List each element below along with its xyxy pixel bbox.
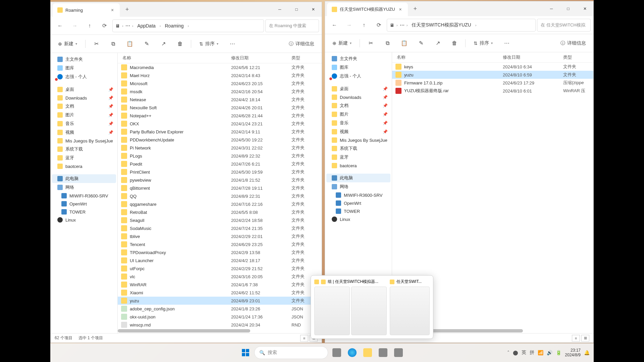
sidebar-item[interactable]: 图库 <box>52 64 116 72</box>
more-button[interactable]: ⋯ <box>226 38 238 50</box>
file-row[interactable]: keys2024/8/10 6:34文件夹 <box>392 63 593 71</box>
sidebar-item[interactable]: Downloads📌 <box>326 93 390 101</box>
sidebar-item[interactable]: 图片📌 <box>52 111 116 119</box>
file-row[interactable]: Pi Network2024/3/31 22:02文件夹 <box>118 144 322 152</box>
edge-button[interactable] <box>345 346 359 359</box>
file-row[interactable]: PLogs2024/8/9 22:32文件夹 <box>118 152 322 160</box>
sidebar-item[interactable]: baotcera <box>52 162 116 170</box>
share-button[interactable]: ↗ <box>432 37 444 49</box>
sidebar-item[interactable]: 网络 <box>52 183 116 192</box>
sidebar-item[interactable]: OpenWrt <box>52 200 116 208</box>
tab-roaming[interactable]: Roaming × <box>53 3 120 17</box>
file-row[interactable]: Party Buffalo Drive Explorer2024/2/14 9:… <box>118 128 322 136</box>
file-row[interactable]: Seagull2024/2/24 18:58文件夹 <box>118 216 322 224</box>
view-icons-button[interactable]: ⊞ <box>581 335 589 342</box>
details-button[interactable]: ⓘ详细信息 <box>557 38 589 48</box>
refresh-button[interactable]: ⟳ <box>98 19 111 33</box>
sidebar-item[interactable]: 文档📌 <box>52 102 116 111</box>
up-button[interactable]: ↑ <box>83 19 96 33</box>
cut-button[interactable]: ✂ <box>90 38 102 50</box>
file-row[interactable]: RetroBat2024/5/5 8:08文件夹 <box>118 208 322 216</box>
notifications-icon[interactable]: 🔔 <box>584 350 590 355</box>
sidebar-item[interactable]: 图片📌 <box>326 110 390 119</box>
file-row[interactable]: tblive2024/2/29 22:01文件夹 <box>118 232 322 240</box>
sort-button[interactable]: ⇅排序▾ <box>470 38 496 48</box>
column-date[interactable]: 修改日期 <box>503 54 563 60</box>
sidebar-item[interactable]: Downloads📌 <box>52 94 116 102</box>
new-button[interactable]: ⊕新建▾ <box>329 38 355 48</box>
tab-yuzu[interactable]: 任天堂SWITCH模拟器YUZU × <box>327 3 408 16</box>
preview-thumbnail[interactable] <box>314 287 350 335</box>
breadcrumb-item[interactable]: Roaming <box>163 22 186 30</box>
sidebar-item[interactable]: 此电脑 <box>326 174 390 182</box>
sidebar-item[interactable]: 蓝牙 <box>52 154 116 162</box>
forward-button[interactable]: → <box>68 19 82 33</box>
file-row[interactable]: Tencent2024/6/29 23:25文件夹 <box>118 240 322 248</box>
breadcrumb-item[interactable]: AppData <box>135 22 157 30</box>
taskbar[interactable]: 🔍搜索 ˄ ⬤ 英 拼 📶 🔊 🔋 23:17 2024/8/9 🔔 <box>50 343 594 362</box>
view-details-button[interactable]: ≡ <box>572 335 580 342</box>
file-row[interactable]: Xiaomi2024/6/2 11:52文件夹 <box>118 289 322 297</box>
more-icon[interactable]: ⋯ <box>400 22 405 28</box>
breadcrumb[interactable]: 🖥 › ⋯ › AppData › Roaming › <box>112 19 264 32</box>
view-details-button[interactable]: ≡ <box>300 335 308 342</box>
column-type[interactable]: 类型 <box>563 54 593 60</box>
sidebar-item[interactable]: TOWER <box>52 208 116 216</box>
file-row[interactable]: winscp.rnd2024/2/4 20:34RND <box>118 321 322 329</box>
sidebar-item[interactable]: Mis Juegos By SusejJue <box>326 136 390 144</box>
column-headers[interactable]: 名称 修改日期 类型 <box>392 52 593 63</box>
task-view-button[interactable] <box>330 346 343 359</box>
file-row[interactable]: pywebview2024/1/8 21:52文件夹 <box>118 176 322 184</box>
file-row[interactable]: OKX2024/1/24 23:21文件夹 <box>118 120 322 128</box>
preview-group[interactable]: 组 | 任天堂SWITCH模拟器... <box>314 279 386 335</box>
sidebar-item[interactable]: 志强 - 个人 <box>52 72 116 81</box>
paste-button[interactable]: 📋 <box>398 37 410 49</box>
start-button[interactable] <box>239 346 252 359</box>
file-list[interactable]: Macromedia2024/5/6 12:21文件夹Mael Horz2024… <box>118 63 322 333</box>
taskbar-search[interactable]: 🔍搜索 <box>254 346 328 359</box>
column-name[interactable]: 名称 <box>392 54 503 60</box>
battery-icon[interactable]: 🔋 <box>556 350 561 355</box>
sidebar-item[interactable]: 视频📌 <box>326 127 390 136</box>
breadcrumb-item[interactable]: 任天堂SWITCH模拟器YUZU <box>410 21 473 29</box>
search-input[interactable]: 在 Roaming 中搜索 <box>265 19 319 32</box>
file-row[interactable]: Notepad++2024/6/28 21:44文件夹 <box>118 112 322 120</box>
tray-icon[interactable]: ⬤ <box>513 350 518 355</box>
column-date[interactable]: 修改日期 <box>231 55 291 61</box>
delete-button[interactable]: 🗑 <box>174 38 186 50</box>
rename-button[interactable]: ✎ <box>415 37 427 49</box>
file-row[interactable]: mssdk2024/2/16 20:54文件夹 <box>118 87 322 96</box>
copy-button[interactable]: ⧉ <box>107 38 119 50</box>
copy-button[interactable]: ⧉ <box>381 37 393 49</box>
scrollbar-horizontal[interactable] <box>118 329 322 333</box>
sidebar-item[interactable]: MIWIFI-R3600-SRV <box>52 192 116 200</box>
file-row[interactable]: PDDworkbenchUpdate2024/5/30 19:22文件夹 <box>118 136 322 144</box>
ime-indicator[interactable]: 英 <box>522 350 526 356</box>
sidebar-item[interactable]: 主文件夹 <box>326 54 390 63</box>
file-row[interactable]: qBittorrent2024/7/28 19:11文件夹 <box>118 184 322 192</box>
new-button[interactable]: ⊕新建▾ <box>55 39 80 49</box>
sidebar-item[interactable]: OpenWrt <box>326 199 390 207</box>
volume-icon[interactable]: 🔊 <box>547 350 552 355</box>
sidebar-item[interactable]: 蓝牙 <box>326 153 390 162</box>
tray-chevron-icon[interactable]: ˄ <box>507 350 509 355</box>
tab-close-button[interactable]: × <box>110 7 115 13</box>
taskbar-preview[interactable]: 组 | 任天堂SWITCH模拟器... 任天堂SWIT... <box>311 275 433 339</box>
file-row[interactable]: Mael Horz2024/2/14 8:43文件夹 <box>118 71 322 79</box>
up-button[interactable]: ↑ <box>357 18 371 32</box>
tab-close-button[interactable]: × <box>398 7 403 12</box>
refresh-button[interactable]: ⟳ <box>372 18 385 32</box>
column-headers[interactable]: 名称 修改日期 类型 <box>118 53 322 63</box>
paste-button[interactable]: 📋 <box>124 38 136 50</box>
file-row[interactable]: Firmware 17.0.1.zip2024/6/23 17:29压缩(zip… <box>392 79 593 87</box>
file-row[interactable]: QQ2024/8/9 22:31文件夹 <box>118 192 322 200</box>
column-type[interactable]: 类型 <box>291 55 322 61</box>
sidebar-item[interactable]: 文档📌 <box>326 101 390 110</box>
delete-button[interactable]: 🗑 <box>448 37 461 49</box>
cut-button[interactable]: ✂ <box>365 37 377 49</box>
file-row[interactable]: TPDownloadProxy2024/2/9 13:58文件夹 <box>118 248 322 256</box>
preview-thumbnail[interactable] <box>351 287 387 335</box>
preview-thumbnail[interactable] <box>390 287 430 335</box>
maximize-button[interactable]: □ <box>288 2 305 17</box>
sidebar-item[interactable]: 图库 <box>326 63 390 72</box>
